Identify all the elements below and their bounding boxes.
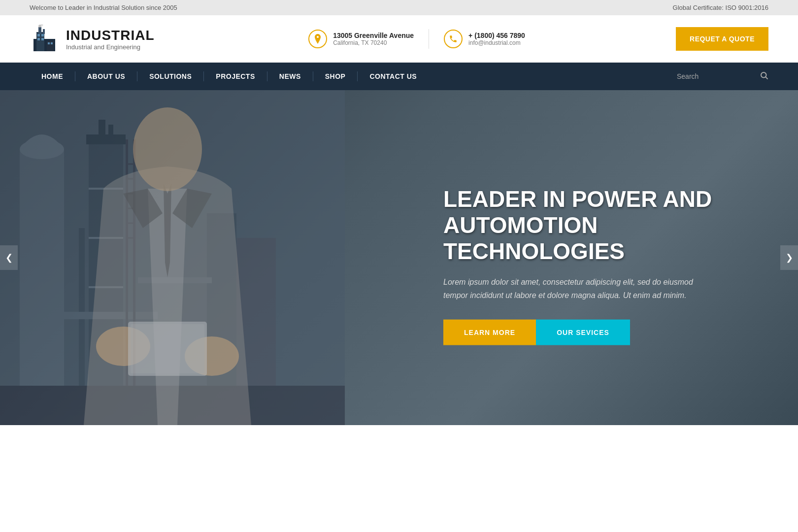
svg-point-13 bbox=[761, 72, 766, 78]
logo-subtitle: Industrial and Engineering bbox=[66, 43, 155, 51]
hero-prev-arrow[interactable]: ❮ bbox=[0, 245, 18, 270]
logo-text-block: INDUSTRIAL Industrial and Engineering bbox=[66, 28, 155, 51]
phone-details: + (1800) 456 7890 info@industrial.com bbox=[468, 32, 525, 46]
nav-item-solutions[interactable]: SOLUTIONS bbox=[137, 63, 203, 90]
search-input[interactable] bbox=[677, 72, 756, 80]
svg-rect-11 bbox=[48, 42, 50, 44]
chevron-left-icon: ❮ bbox=[5, 252, 13, 263]
svg-point-41 bbox=[133, 107, 202, 191]
nav-item-contact[interactable]: CONTACT US bbox=[358, 63, 429, 90]
logo-icon bbox=[30, 24, 59, 54]
logo-title: INDUSTRIAL bbox=[66, 28, 155, 43]
phone-contact: + (1800) 456 7890 info@industrial.com bbox=[444, 30, 525, 48]
chevron-right-icon: ❯ bbox=[786, 252, 793, 263]
address-contact: 13005 Greenville Avenue California, TX 7… bbox=[308, 30, 414, 48]
nav-search bbox=[677, 71, 768, 82]
svg-rect-12 bbox=[51, 42, 53, 44]
nav-link-contact[interactable]: CONTACT US bbox=[358, 63, 429, 90]
svg-rect-9 bbox=[41, 38, 44, 40]
location-icon bbox=[308, 30, 327, 48]
hero-section: LEADER IN POWER AND AUTOMOTION TECHNOLOG… bbox=[0, 90, 798, 425]
phone-line2: info@industrial.com bbox=[468, 39, 525, 46]
nav-link-projects[interactable]: PROJECTS bbox=[204, 63, 266, 90]
phone-icon bbox=[444, 30, 463, 48]
header: INDUSTRIAL Industrial and Engineering 13… bbox=[0, 15, 798, 63]
navigation: HOME ABOUT US SOLUTIONS PROJECTS NEWS SH… bbox=[0, 63, 798, 90]
hero-description: Lorem ipsum dolor sit amet, consectetur … bbox=[443, 275, 719, 301]
svg-rect-45 bbox=[131, 324, 204, 373]
our-services-button[interactable]: OUR SEVICES bbox=[536, 320, 630, 345]
address-details: 13005 Greenville Avenue California, TX 7… bbox=[333, 32, 414, 46]
nav-item-shop[interactable]: SHOP bbox=[313, 63, 358, 90]
svg-rect-6 bbox=[37, 34, 40, 36]
search-icon bbox=[760, 71, 768, 80]
address-line2: California, TX 70240 bbox=[333, 39, 414, 46]
certificate-text: Global Certificate: ISO 9001:2016 bbox=[673, 4, 768, 11]
hero-buttons: LEARN MORE OUR SEVICES bbox=[443, 320, 759, 345]
nav-link-shop[interactable]: SHOP bbox=[313, 63, 358, 90]
svg-line-14 bbox=[765, 77, 767, 79]
svg-rect-8 bbox=[37, 38, 40, 40]
welcome-text: Welcome to Leader in Industrial Solution… bbox=[30, 4, 177, 11]
nav-item-news[interactable]: NEWS bbox=[267, 63, 313, 90]
search-button[interactable] bbox=[760, 71, 768, 82]
nav-link-news[interactable]: NEWS bbox=[267, 63, 313, 90]
nav-link-about[interactable]: ABOUT US bbox=[75, 63, 137, 90]
contact-divider bbox=[429, 29, 429, 49]
learn-more-button[interactable]: LEARN MORE bbox=[443, 320, 536, 345]
hero-title: LEADER IN POWER AND AUTOMOTION TECHNOLOG… bbox=[443, 186, 759, 265]
hero-next-arrow[interactable]: ❯ bbox=[780, 245, 798, 270]
top-bar: Welcome to Leader in Industrial Solution… bbox=[0, 0, 798, 15]
header-contact-group: 13005 Greenville Avenue California, TX 7… bbox=[177, 29, 656, 49]
svg-rect-3 bbox=[43, 29, 45, 34]
address-line1: 13005 Greenville Avenue bbox=[333, 32, 414, 39]
quote-button[interactable]: REQUET A QUOTE bbox=[676, 27, 768, 51]
person-silhouette-icon bbox=[25, 90, 310, 425]
nav-item-home[interactable]: HOME bbox=[30, 63, 75, 90]
nav-link-solutions[interactable]: SOLUTIONS bbox=[137, 63, 203, 90]
svg-rect-2 bbox=[38, 27, 41, 34]
nav-items: HOME ABOUT US SOLUTIONS PROJECTS NEWS SH… bbox=[30, 63, 677, 90]
hero-content: LEADER IN POWER AND AUTOMOTION TECHNOLOG… bbox=[443, 186, 759, 345]
nav-item-projects[interactable]: PROJECTS bbox=[204, 63, 266, 90]
logo-area: INDUSTRIAL Industrial and Engineering bbox=[30, 24, 158, 54]
phone-line1: + (1800) 456 7890 bbox=[468, 32, 525, 39]
nav-item-about[interactable]: ABOUT US bbox=[75, 63, 137, 90]
svg-rect-7 bbox=[41, 34, 44, 36]
nav-link-home[interactable]: HOME bbox=[30, 63, 75, 90]
